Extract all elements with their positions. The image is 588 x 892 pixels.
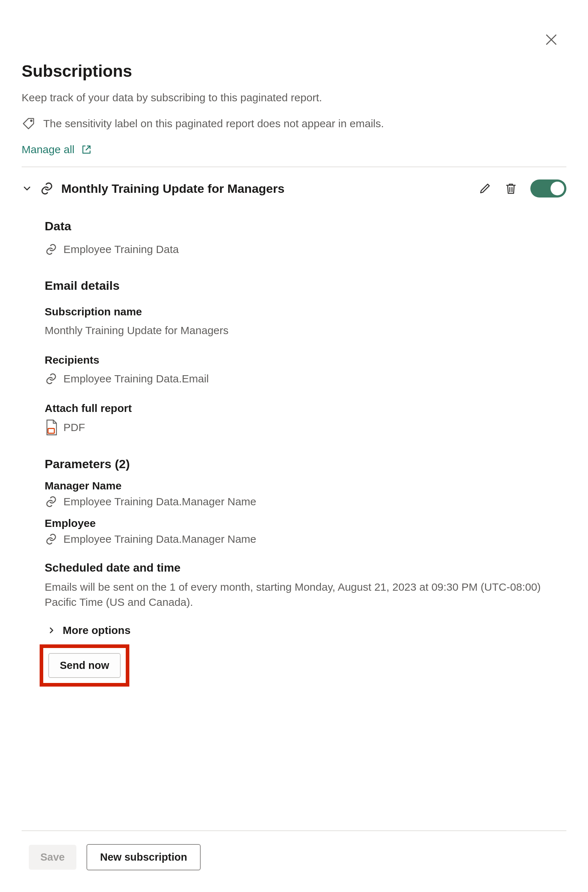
- send-now-button[interactable]: Send now: [48, 653, 121, 678]
- data-heading: Data: [45, 219, 566, 233]
- svg-rect-5: [48, 428, 54, 433]
- parameter-value: Employee Training Data.Manager Name: [63, 494, 256, 509]
- link-icon: [45, 533, 58, 546]
- link-icon: [45, 495, 58, 508]
- data-value: Employee Training Data: [63, 242, 179, 257]
- email-details-heading: Email details: [45, 279, 566, 293]
- recipients-value: Employee Training Data.Email: [63, 371, 209, 386]
- svg-point-2: [31, 120, 32, 122]
- enabled-toggle[interactable]: [530, 179, 566, 198]
- divider: [22, 167, 566, 167]
- subscription-name-label: Subscription name: [45, 306, 566, 318]
- close-icon[interactable]: [543, 32, 559, 48]
- subscription-title: Monthly Training Update for Managers: [61, 182, 471, 196]
- manage-all-link[interactable]: Manage all: [22, 143, 566, 156]
- pdf-file-icon: [45, 419, 58, 435]
- send-now-highlight: Send now: [40, 644, 129, 686]
- recipients-value-row: Employee Training Data.Email: [45, 371, 566, 386]
- page-subtitle: Keep track of your data by subscribing t…: [22, 92, 566, 104]
- subscription-header: Monthly Training Update for Managers: [22, 179, 566, 198]
- schedule-heading: Scheduled date and time: [45, 561, 566, 575]
- parameter-label: Manager Name: [45, 480, 566, 492]
- edit-icon[interactable]: [478, 182, 492, 195]
- attach-format-row: PDF: [45, 419, 566, 435]
- parameters-heading: Parameters (2): [45, 457, 566, 471]
- page-title: Subscriptions: [22, 61, 566, 81]
- tag-icon: [22, 117, 35, 131]
- parameter-row: Manager Name Employee Training Data.Mana…: [45, 480, 566, 509]
- chevron-right-icon: [47, 626, 56, 635]
- parameter-value: Employee Training Data.Manager Name: [63, 532, 256, 547]
- manage-all-label: Manage all: [22, 143, 75, 156]
- more-options-label: More options: [63, 624, 130, 637]
- delete-icon[interactable]: [504, 182, 518, 195]
- subscription-name-value: Monthly Training Update for Managers: [45, 323, 566, 338]
- link-icon: [45, 243, 58, 256]
- attach-label: Attach full report: [45, 402, 566, 414]
- link-icon: [40, 181, 54, 196]
- external-link-icon: [81, 144, 92, 155]
- new-subscription-button[interactable]: New subscription: [87, 844, 201, 870]
- parameter-label: Employee: [45, 517, 566, 529]
- sensitivity-note-text: The sensitivity label on this paginated …: [43, 117, 384, 130]
- attach-format-value: PDF: [63, 420, 85, 435]
- parameter-row: Employee Employee Training Data.Manager …: [45, 517, 566, 547]
- recipients-label: Recipients: [45, 354, 566, 366]
- footer: Save New subscription: [22, 830, 566, 892]
- data-value-row: Employee Training Data: [45, 242, 566, 257]
- sensitivity-note-row: The sensitivity label on this paginated …: [22, 117, 566, 131]
- schedule-description: Emails will be sent on the 1 of every mo…: [45, 580, 549, 610]
- chevron-down-icon[interactable]: [22, 183, 32, 194]
- save-button: Save: [29, 845, 76, 869]
- link-icon: [45, 372, 58, 385]
- more-options-toggle[interactable]: More options: [47, 624, 566, 637]
